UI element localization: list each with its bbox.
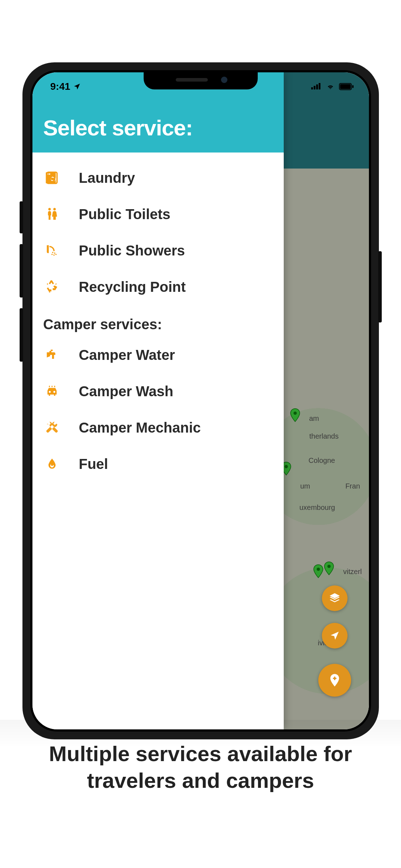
map-pin-icon[interactable] [287, 407, 303, 423]
location-services-icon [73, 83, 81, 91]
toilets-icon [43, 205, 61, 223]
volume-down-button [20, 308, 23, 362]
svg-point-2 [317, 568, 320, 571]
svg-point-6 [51, 177, 53, 180]
power-button [378, 251, 382, 322]
map-city-label: vitzerl [343, 568, 362, 576]
service-item-laundry[interactable]: Laundry [32, 160, 284, 196]
section-heading-camper: Camper services: [32, 305, 284, 337]
shower-icon [43, 242, 61, 259]
wash-icon [43, 382, 61, 400]
svg-point-3 [327, 565, 330, 568]
add-pin-icon [327, 673, 342, 688]
service-item-showers[interactable]: Public Showers [32, 232, 284, 269]
locate-button[interactable] [322, 623, 348, 649]
svg-point-13 [51, 254, 53, 255]
location-arrow-icon [329, 630, 340, 641]
svg-rect-20 [352, 85, 354, 88]
device-notch [144, 70, 258, 89]
map-city-label: am [309, 414, 319, 423]
marketing-caption: Multiple services available for traveler… [0, 740, 401, 794]
map-city-label: uxembourg [299, 503, 335, 512]
service-label: Camper Wash [79, 383, 173, 399]
svg-point-1 [284, 465, 288, 468]
recycle-icon [43, 278, 61, 296]
laundry-icon [43, 169, 61, 187]
screen: am therlands Cologne um Fran uxembourg v… [32, 72, 369, 729]
mechanic-icon [43, 419, 61, 436]
add-pin-button[interactable] [318, 664, 351, 697]
service-label: Camper Mechanic [79, 420, 201, 436]
service-drawer: Select service: Laundry Public Toilets [32, 72, 284, 729]
service-item-camper-water[interactable]: Camper Water [32, 337, 284, 373]
service-label: Camper Water [79, 347, 175, 363]
map-city-label: therlands [309, 432, 339, 440]
svg-rect-15 [314, 86, 315, 89]
svg-rect-17 [319, 83, 320, 89]
svg-point-9 [52, 252, 53, 253]
water-icon [43, 346, 61, 364]
svg-rect-14 [311, 87, 313, 89]
battery-icon [339, 83, 354, 90]
service-item-camper-wash[interactable]: Camper Wash [32, 373, 284, 409]
service-item-recycling[interactable]: Recycling Point [32, 269, 284, 305]
service-item-fuel[interactable]: Fuel [32, 446, 284, 482]
svg-point-11 [53, 254, 55, 256]
service-label: Laundry [79, 170, 135, 186]
service-label: Fuel [79, 456, 108, 472]
wifi-icon [325, 83, 335, 91]
volume-mute-button [20, 201, 23, 233]
svg-rect-16 [316, 84, 318, 89]
svg-point-7 [48, 208, 51, 211]
map-city-label: um [300, 482, 310, 490]
service-label: Public Toilets [79, 206, 170, 222]
svg-point-0 [293, 412, 297, 415]
map-city-label: Fran [345, 482, 360, 490]
status-time: 9:41 [50, 81, 70, 92]
phone-frame: am therlands Cologne um Fran uxembourg v… [22, 62, 379, 739]
fuel-icon [43, 455, 61, 473]
svg-point-10 [54, 253, 56, 254]
svg-rect-19 [340, 84, 351, 89]
drawer-title: Select service: [43, 115, 273, 140]
service-item-toilets[interactable]: Public Toilets [32, 196, 284, 232]
map-city-label: Cologne [308, 456, 335, 465]
service-item-camper-mechanic[interactable]: Camper Mechanic [32, 409, 284, 446]
map-pin-icon[interactable] [321, 560, 337, 576]
service-label: Public Showers [79, 243, 185, 259]
volume-up-button [20, 244, 23, 298]
layers-button[interactable] [322, 585, 348, 611]
svg-point-8 [53, 208, 56, 211]
cellular-signal-icon [311, 83, 322, 90]
service-label: Recycling Point [79, 279, 186, 295]
layers-icon [329, 592, 341, 604]
svg-point-12 [55, 254, 57, 255]
